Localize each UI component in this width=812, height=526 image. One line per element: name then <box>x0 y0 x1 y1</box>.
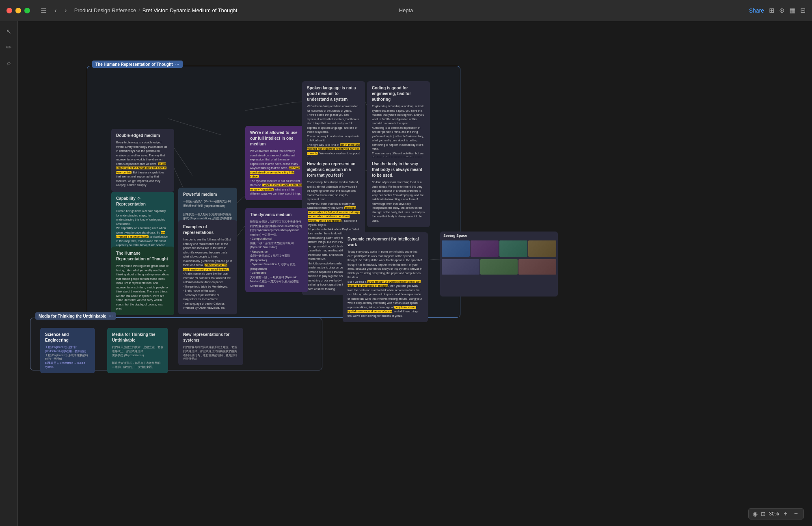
pen-icon[interactable]: ✏ <box>6 43 11 51</box>
group1-dots[interactable]: ··· <box>175 61 179 67</box>
group2-label: Media for Thinking the Unthinkable ··· <box>35 312 116 320</box>
ss-img-7 <box>518 259 556 275</box>
seeing-space-images <box>440 240 558 258</box>
node-media-inner-title: Media for Thinking the Unthinkable <box>112 332 163 343</box>
node-new-reps-title: New representations for systems <box>183 332 238 343</box>
node-science-title: Science and Engineering <box>45 332 90 343</box>
traffic-lights <box>6 8 30 13</box>
eye-icon[interactable]: ◉ <box>753 511 758 517</box>
fit-icon[interactable]: ⊡ <box>761 511 766 517</box>
node-spoken-text: We've been doing real-time conversation … <box>307 104 360 160</box>
node-examples-text: In order to see the fullness of the 21st… <box>183 238 232 310</box>
seeing-space-img-3 <box>499 240 527 257</box>
node-examples-rep: Examples of representations In order to … <box>178 220 237 314</box>
node-use-body-title: Use the body in the way that body is alw… <box>372 161 425 178</box>
close-button[interactable] <box>6 8 12 13</box>
node-science-text: 工程 (Engineering) 是針對 (Understand)可以在用一個系… <box>45 345 90 369</box>
breadcrumb-current: Bret Victor: Dynamic Medium of Thought <box>143 7 238 13</box>
group2-dots[interactable]: ··· <box>109 313 113 319</box>
node-algebraic-title: How do you represent an algebraic equati… <box>307 161 360 178</box>
grid-icon[interactable]: ⊟ <box>800 6 806 14</box>
nav-controls: ☰ ‹ › <box>38 5 69 16</box>
menu-button[interactable]: ☰ <box>38 5 49 16</box>
node-use-body-text: So kind of personal stretching to sit at… <box>372 180 425 223</box>
seeing-space-title: Seeing Space <box>440 232 558 240</box>
group1-label: The Humane Representation of Thought ··· <box>92 61 183 68</box>
cursor-icon[interactable]: ↖ <box>6 28 11 35</box>
canvas: The Humane Representation of Thought ···… <box>18 21 812 526</box>
node-dynamic-env-text: Today everybody works in some sort of st… <box>348 250 423 318</box>
seeing-space-images-row2 <box>440 258 558 276</box>
node-use-body: Use the body in the way that body is alw… <box>367 157 430 227</box>
node-dynamic-env: Dynamic environment for intellectual wor… <box>343 232 428 322</box>
seeing-space-img-4 <box>528 240 556 257</box>
zoom-in-button[interactable]: + <box>782 510 789 517</box>
zoom-controls: ◉ ⊡ 30% + − <box>748 508 804 520</box>
node-humane-rep-inner: The Humane Representation of Thought Whe… <box>111 247 174 315</box>
breadcrumb-parent[interactable]: Product Design Reference <box>74 7 136 13</box>
node-powerful-title: Powerful medium <box>183 192 232 197</box>
breadcrumb: Product Design Reference / Bret Victor: … <box>74 7 238 13</box>
node-science-eng: Science and Engineering 工程 (Engineering)… <box>40 328 95 373</box>
node-spoken-language: Spoken language is not a good medium to … <box>302 81 365 164</box>
node-not-allowed: We're not allowed to use our full intell… <box>245 126 308 200</box>
share-button[interactable]: Share <box>749 7 764 14</box>
forward-button[interactable]: › <box>62 5 69 16</box>
node-dynamic-env-title: Dynamic environment for intellectual wor… <box>348 236 423 248</box>
seeing-space-card: Seeing Space <box>440 232 558 297</box>
minimize-button[interactable] <box>15 8 21 13</box>
node-new-reps-text: 我們需要為我們要表達的系統去建立一套新的表達形式，那些表達形式能夠讓我們能夠看到… <box>183 345 238 361</box>
maximize-button[interactable] <box>24 8 30 13</box>
seeing-space-img-2 <box>471 240 499 257</box>
node-double-edged-text: Every technology is a double-edged sword… <box>116 141 169 188</box>
node-media-inner: Media for Thinking the Unthinkable 我們今天所… <box>107 328 168 373</box>
node-dynamic-title: The dynamic medium <box>250 212 303 218</box>
seeing-space-img-1 <box>442 240 470 257</box>
node-capability-title: Capability -> Representation <box>116 196 169 207</box>
node-new-reps: New representations for systems 我們需要為我們要… <box>178 328 243 365</box>
node-coding-title: Coding is good for engineering, bad for … <box>372 85 425 102</box>
breadcrumb-separator: / <box>138 7 140 13</box>
node-dynamic-medium: The dynamic medium 動態媒介是說，我們可以在其中表達任何我們想… <box>245 208 308 292</box>
back-button[interactable]: ‹ <box>52 5 59 16</box>
ss-img-6 <box>480 259 518 275</box>
node-spoken-title: Spoken language is not a good medium to … <box>307 85 360 102</box>
layout-icon[interactable]: ⊞ <box>769 6 774 14</box>
titlebar: ☰ ‹ › Product Design Reference / Bret Vi… <box>0 0 812 21</box>
toolbar-right: Share ⊞ ⊛ ▦ ⊟ <box>749 6 806 14</box>
layers-icon[interactable]: ⊛ <box>779 6 784 14</box>
zoom-level: 30% <box>769 511 779 517</box>
ss-img-5 <box>442 259 479 275</box>
node-dynamic-text: 動態媒介是說，我們可以在其中表達任何我們想要表達的事物 (medium of t… <box>250 220 303 288</box>
calendar-icon[interactable]: ▦ <box>789 6 795 14</box>
node-humane-inner-text: When you're thinking of the great ideas … <box>116 264 169 311</box>
node-double-edged: Double-edged medium Every technology is … <box>111 129 174 192</box>
sidebar: ↖ ✏ ⌕ <box>0 21 18 526</box>
zoom-out-button[interactable]: − <box>793 510 799 517</box>
node-not-allowed-title: We're not allowed to use our full intell… <box>250 130 303 147</box>
search-icon[interactable]: ⌕ <box>7 59 11 67</box>
node-double-edged-title: Double-edged medium <box>116 133 169 139</box>
node-humane-inner-title: The Humane Representation of Thought <box>116 251 169 262</box>
node-not-allowed-text: We've invented media that severely const… <box>250 149 303 196</box>
app-title: Hepta <box>399 7 413 13</box>
node-examples-title: Examples of representations <box>183 224 232 236</box>
node-media-inner-text: 我們今天所建立的技術，是建立在一套表達形式上，那些表達形式 需要的是 (Repr… <box>112 345 163 369</box>
